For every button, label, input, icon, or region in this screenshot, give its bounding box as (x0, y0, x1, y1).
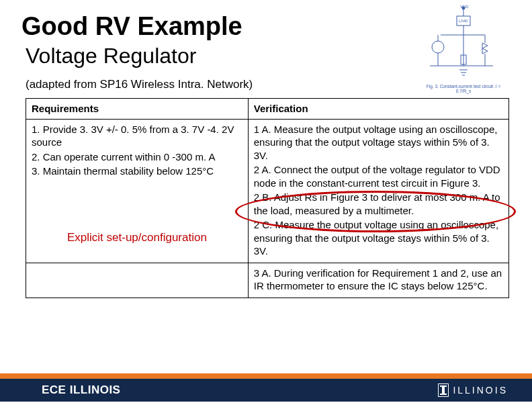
svg-line-7 (482, 43, 488, 46)
requirements-cell-empty (26, 263, 249, 298)
verification-2a: 2 A. Connect the output of the voltage r… (254, 163, 503, 189)
requirement-3: 3. Maintain thermal stability below 125°… (32, 165, 242, 178)
svg-point-13 (432, 41, 444, 53)
svg-line-8 (482, 46, 488, 48)
rv-table: Requirements Verification 1. Provide 3. … (26, 98, 509, 298)
footer-right-text: ILLINOIS (453, 385, 508, 396)
block-i-icon (438, 383, 449, 397)
table-row: 3 A. During verification for Requirement… (26, 263, 509, 298)
verification-2c: 2 C. Measure the output voltage using an… (254, 218, 503, 258)
verification-3a: 3 A. During verification for Requirement… (254, 267, 503, 293)
slide-content: Good RV Example Voltage Regulator (adapt… (0, 0, 532, 411)
footer: ECE ILLINOIS ILLINOIS (0, 373, 532, 402)
header-verification: Verification (248, 99, 508, 120)
verification-cell-2: 3 A. During verification for Requirement… (248, 263, 508, 298)
circuit-load-label: LOAD (459, 19, 468, 23)
requirement-1: 1. Provide 3. 3V +/- 0. 5% from a 3. 7V … (32, 123, 242, 149)
footer-orange-bar (0, 373, 532, 379)
circuit-svg: VDD LOAD (423, 5, 504, 86)
annotation-text: Explicit set-up/configuration (67, 231, 207, 244)
table-header-row: Requirements Verification (26, 99, 509, 120)
circuit-caption: Fig. 3. Constant-current test circuit. I… (423, 84, 504, 93)
footer-left-text: ECE ILLINOIS (42, 383, 120, 397)
circuit-figure: VDD LOAD Fig. 3. Constant-current test c… (423, 5, 504, 99)
requirement-2: 2. Can operate current within 0 -300 m. … (32, 150, 242, 164)
verification-1a: 1 A. Measure the output voltage using an… (254, 123, 503, 163)
svg-line-10 (482, 51, 488, 54)
verification-2b: 2 B. Adjust Rs in Figure 3 to deliver at… (254, 191, 503, 217)
footer-right-group: ILLINOIS (438, 383, 508, 397)
circuit-vdd-label: VDD (460, 5, 469, 9)
footer-navy-bar: ECE ILLINOIS ILLINOIS (0, 379, 532, 402)
svg-line-9 (482, 48, 488, 51)
verification-cell-1: 1 A. Measure the output voltage using an… (248, 119, 508, 263)
header-requirements: Requirements (26, 99, 249, 120)
